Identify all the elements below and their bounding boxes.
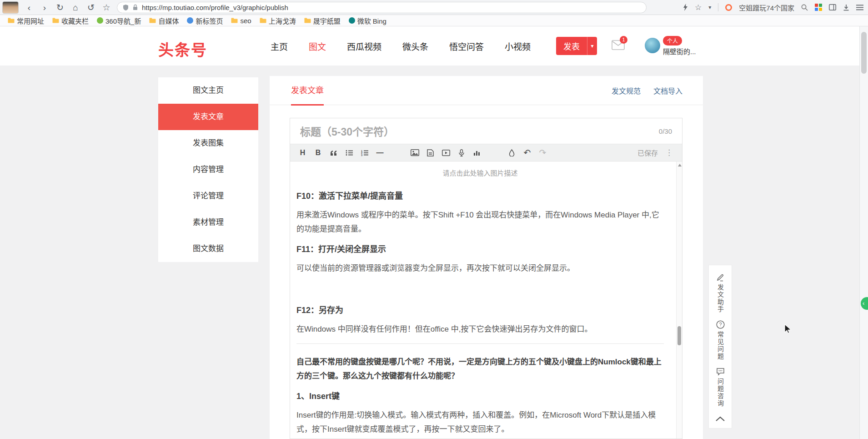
- editor-heading: 1、Insert键: [296, 389, 664, 401]
- insert-chart-icon[interactable]: [471, 147, 483, 159]
- address-bar[interactable]: https://mp.toutiao.com/profile_v3/graphi…: [117, 2, 647, 13]
- folder-icon: [8, 18, 15, 23]
- bookmark-item[interactable]: 微软 Bing: [345, 15, 391, 26]
- sidebar-item-graphic-data[interactable]: 图文数据: [158, 236, 258, 262]
- nav-xigua-video[interactable]: 西瓜视频: [347, 40, 381, 52]
- bing-icon: [349, 17, 355, 24]
- sidebar-item-graphic-home[interactable]: 图文主页: [158, 77, 258, 104]
- editor-heading: F11：打开/关闭全屏显示: [296, 242, 664, 254]
- horizontal-rule-icon[interactable]: —: [374, 147, 386, 159]
- format-clear-icon[interactable]: [506, 147, 518, 159]
- svg-text:?: ?: [719, 322, 722, 327]
- insert-video-icon[interactable]: [440, 147, 452, 159]
- bookmark-item[interactable]: 360导航_新: [93, 15, 145, 26]
- window-scrollbar[interactable]: [859, 26, 868, 439]
- bookmarks-bar: 常用网址 收藏夹栏 360导航_新 自媒体 新标签页 seo 上海戈涛 晟宇纸盟…: [0, 15, 868, 26]
- apps-grid-icon[interactable]: [815, 4, 822, 11]
- bold-icon[interactable]: B: [312, 147, 324, 159]
- nav-article[interactable]: 图文: [309, 40, 326, 52]
- shield-icon: [123, 4, 129, 11]
- faq-button[interactable]: ? 常见问题: [716, 317, 725, 364]
- scroll-up-arrow-icon[interactable]: [678, 164, 682, 167]
- bookmark-item[interactable]: 新标签页: [183, 15, 227, 26]
- chevron-down-icon[interactable]: ▾: [708, 4, 711, 10]
- sidebar-panel-icon[interactable]: [829, 4, 836, 10]
- editor-paragraph: Insert键的作用是:切换输入模式。输入模式有两种，插入和覆盖。例如，在Mic…: [296, 408, 664, 436]
- autosave-status: 已保存: [637, 148, 658, 157]
- nav-short-video[interactable]: 小视频: [505, 40, 531, 52]
- bookmark-item[interactable]: 自媒体: [145, 15, 183, 26]
- publish-panel: 发表文章 发文规范 文档导入 标题（5-30个字符） 0/30 H B 123 …: [270, 76, 703, 439]
- insert-article-icon[interactable]: [424, 147, 437, 159]
- sidebar-item-publish-gallery[interactable]: 发表图集: [158, 130, 258, 156]
- mouse-cursor: [783, 323, 793, 334]
- sidebar-item-material-manage[interactable]: 素材管理: [158, 209, 258, 236]
- image-caption-placeholder[interactable]: 请点击此处输入图片描述: [296, 168, 664, 177]
- pen-icon: [716, 273, 724, 282]
- chat-bubble-icon: [716, 368, 725, 376]
- editor-content[interactable]: 请点击此处输入图片描述 F10：激活下拉菜单/提高音量 用来激活Windows …: [290, 161, 682, 439]
- insert-audio-icon[interactable]: [455, 147, 467, 159]
- browser-profile-image[interactable]: [2, 1, 19, 14]
- bookmark-item[interactable]: 晟宇纸盟: [300, 15, 345, 26]
- flash-icon[interactable]: [683, 4, 688, 11]
- menu-icon[interactable]: [856, 5, 863, 10]
- consult-button[interactable]: 问题咨询: [716, 364, 725, 411]
- user-name[interactable]: 隔壁街的...: [663, 46, 706, 56]
- hot-search-text[interactable]: 空姐蹭玩74个国家: [739, 3, 794, 12]
- folder-icon: [231, 18, 238, 23]
- bookmark-star-icon[interactable]: ☆: [695, 3, 702, 12]
- editor-toolbar: H B 123 —: [290, 144, 682, 161]
- folder-icon: [260, 18, 266, 23]
- sidebar: 图文主页 发表文章 发表图集 内容管理 评论管理 素材管理 图文数据: [158, 77, 258, 262]
- question-icon: ?: [716, 320, 725, 329]
- bullet-list-icon[interactable]: [343, 147, 355, 159]
- browser-toolbar: ‹ › ↻ ⌂ ↺ ☆ https://mp.toutiao.com/profi…: [0, 0, 868, 15]
- sidebar-item-publish-article[interactable]: 发表文章: [158, 104, 258, 130]
- search-icon[interactable]: [801, 4, 808, 11]
- bookmark-item[interactable]: 收藏夹栏: [48, 15, 93, 26]
- nav-home[interactable]: 主页: [271, 40, 288, 52]
- ordered-list-icon[interactable]: 123: [358, 147, 371, 159]
- editor-paragraph: 在Windows 中同样没有任何作用！但在office 中,按下它会快速弹出另存…: [296, 322, 664, 336]
- editor-scrollbar[interactable]: [676, 161, 682, 439]
- more-options-icon[interactable]: ⋮: [665, 148, 673, 157]
- tab-publish-article[interactable]: 发表文章: [291, 76, 324, 105]
- window-scrollbar-thumb[interactable]: [861, 32, 867, 74]
- nav-weitoutiao[interactable]: 微头条: [402, 40, 428, 52]
- bookmark-item[interactable]: 常用网址: [4, 15, 48, 26]
- download-icon[interactable]: [843, 4, 849, 11]
- refresh-button[interactable]: ↻: [52, 0, 68, 15]
- publish-button[interactable]: 发表 ▾: [556, 37, 597, 55]
- editor-container: 标题（5-30个字符） 0/30 H B 123 —: [290, 118, 682, 439]
- bookmark-item[interactable]: 上海戈涛: [256, 15, 300, 26]
- editor-scrollbar-thumb[interactable]: [677, 326, 681, 345]
- publish-assistant-button[interactable]: 发文助手: [716, 270, 725, 317]
- favorite-star-button[interactable]: ☆: [99, 0, 114, 15]
- title-placeholder: 标题（5-30个字符）: [300, 123, 659, 139]
- editor-divider: [296, 343, 664, 344]
- title-input[interactable]: 标题（5-30个字符） 0/30: [290, 118, 682, 144]
- avatar[interactable]: [645, 38, 660, 53]
- sidebar-item-content-manage[interactable]: 内容管理: [158, 156, 258, 183]
- blockquote-icon[interactable]: [327, 147, 340, 159]
- hot-search-icon: [725, 4, 732, 11]
- toutiao-logo[interactable]: 头条号: [158, 38, 207, 60]
- folder-icon: [149, 18, 156, 23]
- forward-button[interactable]: ›: [37, 0, 52, 15]
- redo-icon[interactable]: ↷: [537, 147, 549, 159]
- sidebar-item-comment-manage[interactable]: 评论管理: [158, 183, 258, 209]
- bookmark-item[interactable]: seo: [227, 15, 255, 26]
- mail-button[interactable]: 1: [612, 40, 625, 51]
- nav-wukong-qa[interactable]: 悟空问答: [449, 40, 484, 52]
- link-publish-rules[interactable]: 发文规范: [612, 85, 641, 96]
- heading-icon[interactable]: H: [296, 147, 309, 159]
- restore-tab-button[interactable]: ↺: [83, 0, 99, 15]
- link-doc-import[interactable]: 文档导入: [653, 85, 682, 96]
- back-button[interactable]: ‹: [21, 0, 37, 15]
- insert-image-icon[interactable]: [409, 147, 421, 159]
- publish-dropdown-icon[interactable]: ▾: [587, 37, 597, 55]
- undo-icon[interactable]: ↶: [521, 147, 533, 159]
- home-button[interactable]: ⌂: [68, 0, 83, 15]
- back-to-top-button[interactable]: [715, 411, 725, 424]
